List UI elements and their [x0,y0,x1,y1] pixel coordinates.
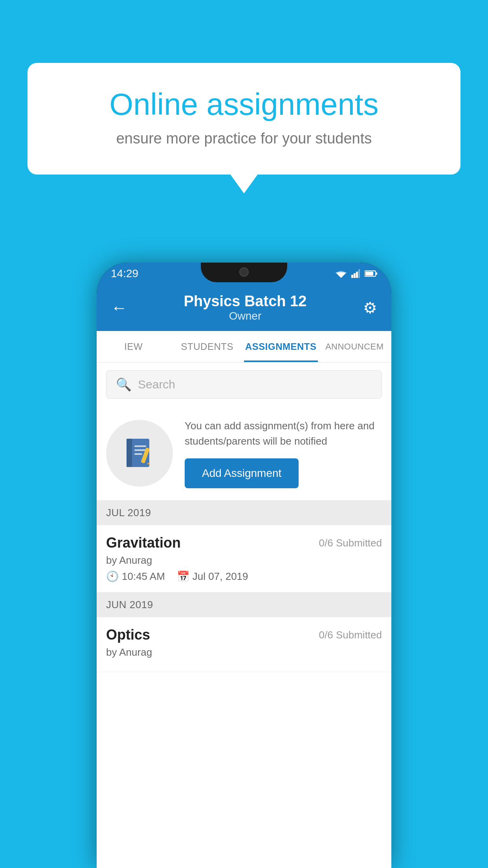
assignment-optics-author: by Anurag [106,646,382,658]
bubble-subtitle: ensure more practice for your students [59,130,429,147]
speech-bubble-container: Online assignments ensure more practice … [28,63,460,175]
section-jun-label: JUN 2019 [106,599,153,611]
assignment-optics-title: Optics [106,627,150,643]
search-placeholder: Search [138,378,175,391]
section-jun-2019: JUN 2019 [97,592,391,617]
assignment-row1: Gravitation 0/6 Submitted [106,535,382,551]
signal-icon [351,269,360,278]
assignment-optics-row1: Optics 0/6 Submitted [106,627,382,643]
add-assignment-button[interactable]: Add Assignment [185,458,299,488]
svg-rect-8 [376,272,377,275]
status-time: 14:29 [111,267,138,280]
clock-icon: 🕙 [106,570,119,583]
svg-rect-14 [134,453,142,455]
assignment-date-value: Jul 07, 2019 [193,570,248,583]
svg-rect-12 [134,445,146,447]
svg-rect-11 [127,439,132,467]
svg-rect-6 [358,269,360,278]
assignment-time: 🕙 10:45 AM [106,570,165,583]
section-jul-label: JUL 2019 [106,507,151,519]
svg-rect-9 [365,272,373,276]
assignment-date: 📅 Jul 07, 2019 [177,570,248,583]
header-center: Physics Batch 12 Owner [127,293,363,322]
empty-state-text: You can add assignment(s) from here and … [185,418,382,449]
tab-bar: IEW STUDENTS ASSIGNMENTS ANNOUNCEM [97,331,391,362]
bubble-title: Online assignments [59,86,429,122]
svg-rect-4 [354,273,356,278]
search-icon: 🔍 [116,377,132,392]
svg-rect-3 [351,275,353,278]
battery-icon [365,270,377,277]
gear-icon[interactable]: ⚙ [363,299,377,317]
back-button[interactable]: ← [111,298,127,317]
assignment-time-value: 10:45 AM [122,570,165,583]
phone-notch [201,263,287,282]
tab-overview[interactable]: IEW [97,331,171,362]
svg-rect-5 [356,272,358,278]
header-subtitle: Owner [127,310,363,322]
assignment-optics[interactable]: Optics 0/6 Submitted by Anurag [97,617,391,672]
header-title: Physics Batch 12 [127,293,363,310]
tab-assignments-label: ASSIGNMENTS [245,341,317,352]
empty-state-content: You can add assignment(s) from here and … [185,418,382,488]
assignment-gravitation[interactable]: Gravitation 0/6 Submitted by Anurag 🕙 10… [97,525,391,592]
assignment-optics-submitted: 0/6 Submitted [319,629,382,641]
phone-frame: 14:29 [97,263,391,868]
notebook-icon [122,436,157,471]
tab-students[interactable]: STUDENTS [171,331,244,362]
tab-announcements-label: ANNOUNCEM [325,342,384,352]
app-header: ← Physics Batch 12 Owner ⚙ [97,284,391,331]
tab-students-label: STUDENTS [181,341,233,352]
camera-icon [239,267,249,277]
assignment-gravitation-author: by Anurag [106,554,382,566]
assignment-gravitation-meta: 🕙 10:45 AM 📅 Jul 07, 2019 [106,570,382,583]
tab-announcements[interactable]: ANNOUNCEM [318,331,392,362]
section-jul-2019: JUL 2019 [97,500,391,525]
search-bar[interactable]: 🔍 Search [106,370,382,399]
speech-bubble: Online assignments ensure more practice … [28,63,460,175]
assignment-gravitation-submitted: 0/6 Submitted [319,537,382,549]
assignment-gravitation-title: Gravitation [106,535,181,551]
empty-state: You can add assignment(s) from here and … [97,406,391,500]
status-icons [336,269,377,278]
phone-screen: 14:29 [97,263,391,868]
calendar-icon: 📅 [177,570,189,583]
tab-overview-label: IEW [124,341,143,352]
phone-content: 🔍 Search [97,362,391,868]
svg-rect-13 [134,449,146,451]
wifi-icon [336,269,347,278]
assignment-icon-circle [106,420,173,487]
tab-assignments[interactable]: ASSIGNMENTS [244,331,318,362]
